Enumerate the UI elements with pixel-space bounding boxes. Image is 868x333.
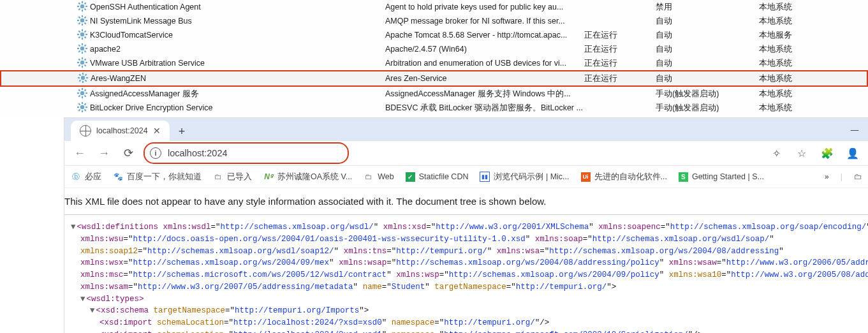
service-status: 正在运行 — [584, 71, 655, 86]
service-row[interactable]: OpenSSH Authentication AgentAgent to hol… — [1, 0, 867, 14]
service-startup: 手动(触发器启动) — [655, 101, 758, 115]
bookmark-item[interactable]: Ui先进的自动化软件... — [581, 172, 667, 182]
profile-icon[interactable]: 👤 — [843, 147, 862, 159]
service-name: K3CloudTomcatService — [90, 30, 173, 39]
site-info-icon[interactable]: i — [150, 147, 161, 159]
service-row[interactable]: apache2Apache/2.4.57 (Win64)正在运行自动本地系统 — [1, 42, 867, 56]
service-row[interactable]: K3CloudTomcatServiceApache Tomcat 8.5.68… — [1, 28, 867, 42]
service-login: 本地系统 — [758, 14, 867, 28]
gear-icon — [77, 15, 87, 27]
service-desc: AssignedAccessManager 服务支持 Windows 中的... — [385, 86, 584, 101]
bookmark-star-icon[interactable]: ☆ — [792, 147, 811, 159]
close-tab-icon[interactable]: ✕ — [153, 126, 161, 136]
bookmark-item[interactable]: ✓Staticfile CDN — [406, 172, 469, 182]
service-row[interactable]: VMware USB Arbitration ServiceArbitratio… — [1, 56, 867, 71]
extensions-icon[interactable]: 🧩 — [818, 147, 837, 159]
bookmark-item[interactable]: 🐾百度一下，你就知道 — [113, 172, 202, 182]
bookmark-label: Getting Started | S... — [692, 172, 764, 181]
service-status: 正在运行 — [584, 28, 655, 42]
bookmark-label: 已导入 — [227, 172, 252, 182]
bookmarks-overflow[interactable]: » — [825, 172, 829, 181]
service-name: apache2 — [90, 44, 121, 53]
forward-button[interactable]: → — [95, 147, 113, 160]
service-row[interactable]: BitLocker Drive Encryption ServiceBDESVC… — [1, 101, 867, 115]
gear-icon — [78, 73, 88, 85]
service-login: 本地系统 — [758, 71, 867, 86]
bookmark-label: 苏州诚隆OA系统 V... — [277, 172, 352, 182]
service-startup: 自动 — [655, 71, 758, 86]
service-name: OpenSSH Authentication Agent — [90, 2, 201, 11]
service-desc: Arbitration and enumeration of USB devic… — [385, 56, 584, 71]
browser-window: localhost:2024 ✕ + — ← → ⟳ i localhost:2… — [64, 117, 868, 333]
service-startup: 自动 — [655, 56, 758, 71]
service-status: 正在运行 — [584, 56, 655, 71]
service-desc: BDESVC 承载 BitLocker 驱动器加密服务。BitLocker ..… — [385, 101, 584, 115]
service-status — [584, 0, 655, 14]
browser-tab[interactable]: localhost:2024 ✕ — [71, 121, 170, 141]
gear-icon — [77, 29, 87, 41]
service-row[interactable]: Ares-WangZENAres Zen-Service正在运行自动本地系统 — [1, 71, 867, 86]
bookmark-label: Staticfile CDN — [419, 172, 469, 181]
service-desc: Apache Tomcat 8.5.68 Server - http://tom… — [385, 28, 584, 42]
service-name: BitLocker Drive Encryption Service — [90, 103, 212, 112]
bookmark-item[interactable]: ⓑ必应 — [71, 172, 101, 182]
service-desc: Ares Zen-Service — [385, 71, 584, 86]
xml-notice: This XML file does not appear to have an… — [64, 196, 868, 215]
services-panel: OpenSSH Authentication AgentAgent to hol… — [0, 0, 868, 115]
tab-strip: localhost:2024 ✕ + — — [64, 118, 868, 141]
new-tab-button[interactable]: + — [173, 122, 191, 141]
service-row[interactable]: NI SystemLink Message BusAMQP message br… — [1, 14, 867, 28]
gear-icon — [77, 43, 87, 56]
service-login: 本地服务 — [758, 28, 867, 42]
reload-button[interactable]: ⟳ — [119, 146, 137, 160]
service-name: Ares-WangZEN — [91, 73, 146, 82]
service-login: 本地系统 — [758, 86, 867, 101]
bookmark-label: Web — [378, 172, 394, 181]
service-status — [584, 14, 655, 28]
service-status — [584, 86, 655, 101]
back-button[interactable]: ← — [71, 147, 89, 160]
bookmark-item[interactable]: 🗀已导入 — [213, 172, 252, 182]
bookmark-item[interactable]: 🗀Web — [364, 172, 394, 182]
service-desc: Agent to hold private keys used for publ… — [385, 0, 584, 14]
service-login: 本地系统 — [758, 42, 867, 56]
bookmark-label: 百度一下，你就知道 — [127, 172, 202, 182]
tab-title: localhost:2024 — [96, 126, 148, 135]
service-row[interactable]: AssignedAccessManager 服务AssignedAccessMa… — [1, 86, 867, 101]
service-desc: Apache/2.4.57 (Win64) — [385, 42, 584, 56]
address-bar[interactable]: i localhost:2024 — [143, 142, 349, 164]
gear-icon — [77, 1, 87, 13]
all-bookmarks-folder-icon[interactable]: 🗀 — [854, 172, 862, 181]
service-status — [584, 101, 655, 115]
gear-icon — [77, 57, 87, 70]
bookmarks-bar: ⓑ必应🐾百度一下，你就知道🗀已导入Nᵍ苏州诚隆OA系统 V...🗀Web✓Sta… — [64, 166, 868, 188]
service-name: AssignedAccessManager 服务 — [90, 89, 199, 98]
service-name: NI SystemLink Message Bus — [90, 16, 192, 25]
minimize-button[interactable]: — — [841, 119, 868, 141]
service-startup: 自动 — [655, 14, 758, 28]
globe-icon — [80, 125, 91, 137]
url-text: localhost:2024 — [168, 148, 228, 158]
service-login: 本地系统 — [758, 56, 867, 71]
address-bar-row: ← → ⟳ i localhost:2024 ✧ ☆ 🧩 👤 — [64, 141, 868, 166]
bookmark-item[interactable]: Nᵍ苏州诚隆OA系统 V... — [263, 172, 352, 182]
page-content: This XML file does not appear to have an… — [64, 188, 868, 333]
share-button[interactable]: ✧ — [767, 147, 786, 159]
service-startup: 禁用 — [655, 0, 758, 14]
service-status: 正在运行 — [584, 42, 655, 56]
bookmark-item[interactable]: SGetting Started | S... — [679, 172, 764, 182]
services-table: OpenSSH Authentication AgentAgent to hol… — [0, 0, 868, 115]
bookmark-label: 必应 — [85, 172, 101, 182]
gear-icon — [77, 88, 87, 100]
service-startup: 自动 — [655, 28, 758, 42]
service-desc: AMQP message broker for NI software. If … — [385, 14, 584, 28]
gear-icon — [77, 102, 87, 114]
service-startup: 自动 — [655, 42, 758, 56]
service-login: 本地系统 — [758, 0, 867, 14]
service-login: 本地系统 — [758, 101, 867, 115]
xml-tree[interactable]: ▼<wsdl:definitions xmlns:wsdl="http://sc… — [64, 221, 868, 333]
service-startup: 手动(触发器启动) — [655, 86, 758, 101]
bookmark-label: 浏览代码示例 | Mic... — [494, 172, 569, 182]
service-name: VMware USB Arbitration Service — [90, 58, 205, 67]
bookmark-item[interactable]: ▮▮浏览代码示例 | Mic... — [480, 172, 569, 182]
